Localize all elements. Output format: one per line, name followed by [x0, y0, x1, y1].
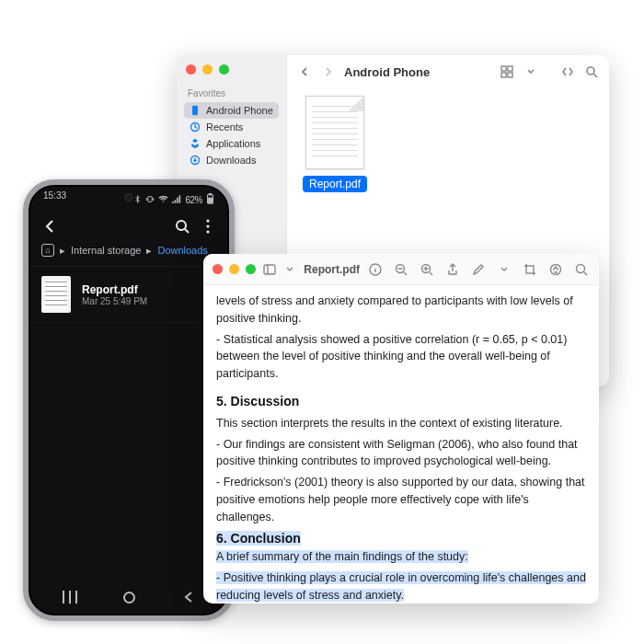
window-controls	[213, 264, 256, 274]
body-text: levels of stress and anxiety compared to…	[216, 293, 586, 328]
pdf-toolbar: Report.pdf	[203, 254, 599, 285]
window-controls	[186, 64, 229, 75]
window-title: Android Phone	[344, 65, 430, 79]
sidebar-item-label: Downloads	[206, 155, 256, 166]
svg-point-12	[177, 221, 186, 230]
more-menu-button[interactable]	[200, 218, 216, 235]
file-list-item[interactable]: Report.pdf Mar 25 5:49 PM	[29, 266, 229, 323]
svg-rect-5	[501, 73, 506, 77]
zoom-out-button[interactable]	[393, 261, 409, 278]
svg-point-7	[587, 67, 594, 75]
sidebar-toggle-button[interactable]	[263, 261, 276, 278]
svg-rect-11	[208, 198, 212, 202]
pdf-title: Report.pdf	[304, 263, 360, 276]
document-thumbnail-icon	[305, 96, 364, 169]
sidebar-section-header: Favorites	[188, 88, 275, 98]
body-text: - Statistical analysis showed a positive…	[216, 331, 586, 383]
file-name: Report.pdf	[82, 283, 147, 296]
status-time: 15:33	[43, 190, 66, 209]
file-date: Mar 25 5:49 PM	[82, 296, 147, 306]
apps-icon	[190, 138, 201, 149]
body-text: - Fredrickson's (2001) theory is also su…	[216, 474, 586, 525]
svg-point-14	[206, 224, 209, 227]
sidebar-item-recents[interactable]: Recents	[184, 119, 279, 135]
zoom-in-button[interactable]	[419, 261, 435, 278]
battery-icon	[206, 193, 214, 206]
sidebar-item-label: Recents	[206, 121, 243, 132]
sidebar-item-downloads[interactable]: Downloads	[184, 152, 279, 168]
svg-rect-8	[148, 196, 152, 201]
file-item[interactable]: Report.pdf	[298, 96, 372, 192]
pdf-content[interactable]: levels of stress and anxiety compared to…	[203, 285, 599, 604]
document-thumbnail-icon	[41, 276, 71, 313]
maximize-icon[interactable]	[219, 64, 229, 75]
svg-rect-16	[63, 591, 64, 604]
heading-discussion: 5. Discussion	[216, 392, 586, 411]
finder-toolbar: Android Phone	[287, 55, 609, 88]
search-button[interactable]	[573, 261, 590, 278]
annotate-button[interactable]	[470, 261, 487, 278]
svg-rect-6	[508, 73, 512, 77]
sidebar-item-android-phone[interactable]: Android Phone	[184, 102, 279, 119]
share-button[interactable]	[444, 261, 461, 278]
sidebar-item-label: Android Phone	[206, 105, 273, 116]
back-nav-button[interactable]	[170, 588, 207, 606]
chevrons-expand-icon[interactable]	[559, 63, 576, 80]
signal-icon	[172, 195, 181, 205]
clock-icon	[190, 121, 201, 132]
phone-app-header	[29, 209, 229, 244]
info-button[interactable]	[367, 261, 384, 278]
highlight-button[interactable]	[547, 261, 564, 278]
body-text: - Our findings are consistent with Selig…	[216, 436, 586, 471]
vibrate-icon	[145, 195, 155, 205]
android-nav-bar	[29, 588, 229, 606]
minimize-icon[interactable]	[229, 264, 239, 274]
body-text-highlighted: - Positive thinking plays a crucial role…	[216, 571, 586, 602]
close-icon[interactable]	[186, 64, 196, 75]
home-icon[interactable]: ⌂	[41, 244, 54, 257]
recent-apps-button[interactable]	[52, 588, 88, 606]
breadcrumb-current: Downloads	[157, 245, 207, 256]
download-icon	[190, 155, 201, 166]
chevron-down-icon[interactable]	[523, 63, 539, 80]
svg-rect-10	[209, 193, 212, 195]
svg-rect-17	[69, 591, 71, 604]
wifi-icon	[158, 195, 168, 205]
breadcrumb: ⌂ ▸ Internal storage ▸ Downloads	[29, 244, 229, 266]
chevron-down-icon[interactable]	[283, 261, 296, 278]
breadcrumb-segment[interactable]: Internal storage	[71, 245, 141, 256]
camera-notch-icon	[125, 193, 133, 201]
view-grid-button[interactable]	[499, 63, 515, 80]
svg-rect-23	[526, 266, 534, 273]
maximize-icon[interactable]	[246, 264, 256, 274]
back-button[interactable]	[41, 218, 58, 235]
chevron-down-icon[interactable]	[496, 261, 512, 278]
file-name-label: Report.pdf	[303, 176, 367, 192]
crop-button[interactable]	[522, 261, 538, 278]
body-text-highlighted: A brief summary of the main findings of …	[216, 550, 468, 563]
body-text: This section interprets the results in t…	[216, 415, 586, 432]
svg-point-15	[206, 230, 209, 233]
minimize-icon[interactable]	[202, 64, 213, 75]
bluetooth-icon	[133, 195, 142, 205]
svg-rect-19	[264, 265, 275, 274]
svg-rect-3	[501, 66, 506, 71]
svg-rect-18	[75, 591, 77, 604]
battery-label: 62%	[185, 195, 202, 205]
svg-rect-0	[192, 106, 198, 116]
svg-point-13	[206, 219, 209, 222]
sidebar-item-applications[interactable]: Applications	[184, 135, 279, 152]
svg-point-25	[577, 264, 585, 272]
phone-icon	[190, 105, 201, 116]
sidebar-item-label: Applications	[206, 138, 260, 149]
close-icon[interactable]	[213, 264, 223, 274]
chevron-right-icon: ▸	[60, 245, 65, 257]
search-button[interactable]	[583, 63, 600, 80]
heading-conclusion: 6. Conclusion	[216, 531, 301, 546]
home-button[interactable]	[110, 588, 147, 606]
svg-rect-4	[508, 66, 512, 71]
pdf-viewer-window: Report.pdf	[203, 254, 599, 604]
search-button[interactable]	[174, 218, 190, 235]
forward-button[interactable]	[320, 63, 337, 80]
back-button[interactable]	[296, 63, 313, 80]
